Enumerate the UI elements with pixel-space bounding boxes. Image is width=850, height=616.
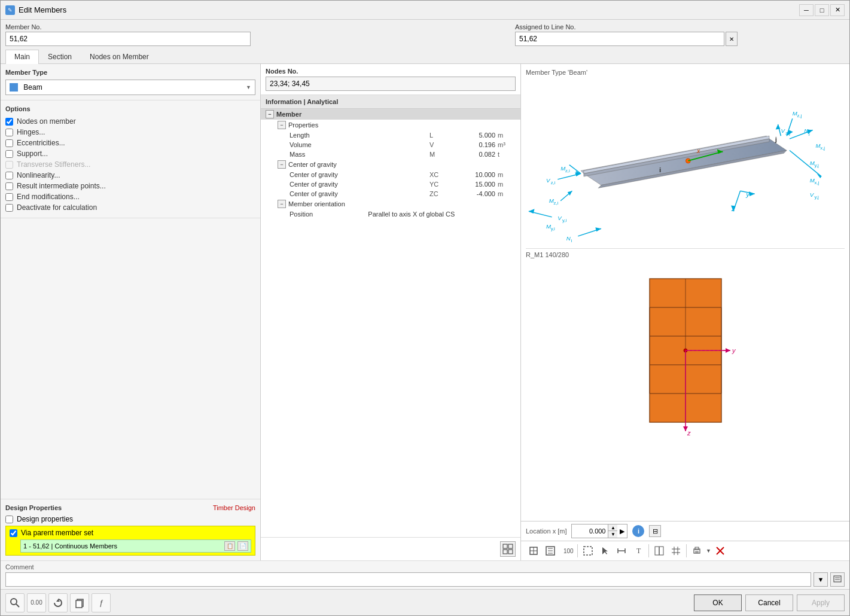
option-nodes-on-member[interactable]: Nodes on member xyxy=(5,116,255,127)
close-button[interactable]: ✕ xyxy=(830,4,845,16)
ok-button[interactable]: OK xyxy=(694,594,742,611)
nodes-no-input[interactable] xyxy=(266,77,516,91)
option-deactivate-checkbox[interactable] xyxy=(5,204,13,212)
cog-zc-key: ZC xyxy=(429,190,447,197)
view-tb-btn-3[interactable]: 100 xyxy=(559,543,575,559)
prop-length-unit: m xyxy=(498,132,516,139)
view-tb-btn-1[interactable] xyxy=(526,543,541,559)
option-end-mod-checkbox[interactable] xyxy=(5,193,13,201)
app-icon: ✎ xyxy=(5,5,15,15)
middle-bottom xyxy=(261,537,520,560)
bottom-toolbar-left: 0.00 ƒ xyxy=(5,593,111,612)
filter-icon[interactable]: ⊟ xyxy=(649,525,661,537)
cog-zc-row: Center of gravity ZC -4.000 m xyxy=(261,189,520,199)
option-nonlinearity[interactable]: Nonlinearity... xyxy=(5,170,255,181)
option-result-checkbox[interactable] xyxy=(5,182,13,190)
view-tb-btn-4[interactable] xyxy=(580,543,596,559)
tab-nodes-on-member[interactable]: Nodes on Member xyxy=(81,50,158,63)
continuous-members-text: 1 - 51,62 | Continuous Members xyxy=(23,542,117,550)
option-end-mod-label: End modifications... xyxy=(17,193,80,201)
view-tb-btn-11[interactable] xyxy=(712,543,728,559)
prop-volume-unit: m³ xyxy=(498,141,516,148)
view-tb-btn-10[interactable] xyxy=(689,543,705,559)
view-tb-btn-7[interactable]: T xyxy=(630,543,646,559)
maximize-button[interactable]: □ xyxy=(815,4,829,16)
copy-button[interactable] xyxy=(70,593,89,612)
option-result-intermediate[interactable]: Result intermediate points... xyxy=(5,181,255,191)
option-nodes-checkbox[interactable] xyxy=(5,118,13,126)
via-parent-checkbox[interactable] xyxy=(10,529,17,537)
refresh-button[interactable] xyxy=(48,593,68,612)
search-icon xyxy=(10,597,20,608)
window-title: Edit Members xyxy=(19,5,66,14)
location-arrow-right[interactable]: ▶ xyxy=(617,527,627,535)
zero-button[interactable]: 0.00 xyxy=(27,593,46,612)
tab-section[interactable]: Section xyxy=(39,50,81,63)
view-tb-btn-8[interactable] xyxy=(651,543,667,559)
option-support[interactable]: Support... xyxy=(5,148,255,159)
section-svg-diagram: y z xyxy=(626,267,745,434)
bottom-toolbar: 0.00 ƒ OK Cancel Apply xyxy=(1,589,849,615)
location-up-arrow[interactable]: ▲ xyxy=(608,524,617,531)
option-hinges[interactable]: Hinges... xyxy=(5,127,255,138)
member-type-section: Member Type Beam ▼ xyxy=(1,64,260,100)
orientation-label: Member orientation xyxy=(288,200,516,208)
assigned-line-icon-btn[interactable]: ✕ xyxy=(726,32,738,46)
search-button[interactable] xyxy=(5,593,25,612)
member-toggle[interactable]: − xyxy=(266,110,274,118)
location-input-wrap: ▲ ▼ ▶ xyxy=(571,524,627,538)
print-arrow[interactable]: ▼ xyxy=(706,548,711,554)
properties-toggle[interactable]: − xyxy=(278,121,286,129)
orientation-toggle[interactable]: − xyxy=(278,200,286,208)
comment-dropdown-btn[interactable]: ▼ xyxy=(814,572,828,587)
option-eccentricities-checkbox[interactable] xyxy=(5,139,13,147)
comment-input[interactable] xyxy=(5,572,811,587)
close-view-icon xyxy=(715,546,725,556)
orientation-position-label: Position xyxy=(290,211,363,218)
member-type-dropdown[interactable]: Beam ▼ xyxy=(5,80,255,95)
cog-toggle[interactable]: − xyxy=(278,160,286,169)
svg-rect-3 xyxy=(508,550,513,554)
prop-volume-value: 0.196 xyxy=(447,141,495,148)
svg-text:z,j: z,j xyxy=(797,113,802,118)
prop-length-value: 5.000 xyxy=(447,132,495,139)
formula-button[interactable]: ƒ xyxy=(92,593,111,612)
location-label: Location x [m] xyxy=(526,527,566,535)
view-tb-btn-9[interactable] xyxy=(668,543,684,559)
view-tb-btn-6[interactable] xyxy=(614,543,629,559)
comment-action-btn[interactable] xyxy=(830,572,845,587)
tab-main[interactable]: Main xyxy=(5,50,39,64)
via-parent-item[interactable]: Via parent member set xyxy=(10,529,251,537)
option-eccentricities[interactable]: Eccentricities... xyxy=(5,138,255,148)
option-support-checkbox[interactable] xyxy=(5,150,13,158)
location-down-arrow[interactable]: ▼ xyxy=(608,531,617,538)
via-parent-box: Via parent member set 1 - 51,62 | Contin… xyxy=(5,526,255,556)
vtb-separator-3 xyxy=(686,544,687,557)
assigned-line-input[interactable] xyxy=(515,32,724,46)
info-analytical-section: Information | Analytical − Member − Prop… xyxy=(261,95,520,537)
cm-icon-1[interactable]: 📋 xyxy=(224,541,235,551)
top-row: Member No. Assigned to Line No. ✕ xyxy=(1,20,849,50)
info-icon[interactable]: i xyxy=(632,525,644,537)
cancel-button[interactable]: Cancel xyxy=(745,594,793,611)
location-input[interactable] xyxy=(572,524,608,538)
view-tb-btn-2[interactable] xyxy=(543,543,558,559)
via-parent-label: Via parent member set xyxy=(21,529,93,537)
design-props-checkbox-row[interactable]: Design properties xyxy=(5,515,255,523)
option-deactivate[interactable]: Deactivate for calculation xyxy=(5,202,255,213)
option-nonlinearity-checkbox[interactable] xyxy=(5,172,13,179)
cm-icon-2[interactable]: 📄 xyxy=(237,541,248,551)
option-hinges-checkbox[interactable] xyxy=(5,129,13,136)
apply-button[interactable]: Apply xyxy=(797,594,845,611)
member-no-input[interactable] xyxy=(5,32,251,46)
title-controls: ─ □ ✕ xyxy=(799,4,845,16)
comment-section: Comment ▼ xyxy=(1,560,849,589)
timber-design-link[interactable]: Timber Design xyxy=(213,504,255,511)
design-props-checkbox[interactable] xyxy=(5,516,13,523)
view-tb-btn-5[interactable] xyxy=(597,543,613,559)
grid-icon-btn[interactable] xyxy=(500,541,516,557)
member-no-group: Member No. xyxy=(5,23,257,46)
assigned-line-group: Assigned to Line No. ✕ xyxy=(515,23,742,46)
option-end-modifications[interactable]: End modifications... xyxy=(5,191,255,202)
minimize-button[interactable]: ─ xyxy=(799,4,814,16)
